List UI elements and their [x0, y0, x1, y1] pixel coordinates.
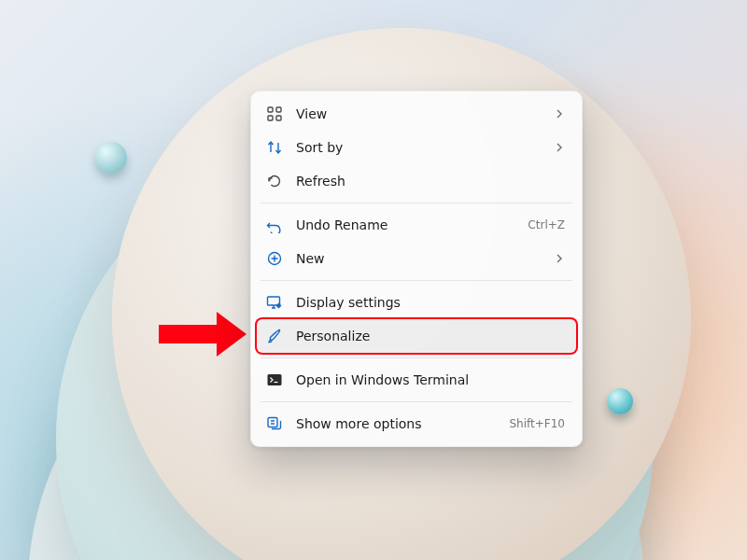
menu-item-sort-by[interactable]: Sort by — [257, 131, 576, 164]
menu-item-show-more-options[interactable]: Show more options Shift+F10 — [257, 407, 576, 441]
annotation-arrow — [159, 312, 247, 357]
chevron-right-icon — [554, 253, 565, 264]
menu-item-label: Show more options — [296, 416, 496, 431]
plus-circle-icon — [266, 250, 283, 267]
menu-item-undo-rename[interactable]: Undo Rename Ctrl+Z — [257, 208, 576, 242]
menu-separator — [261, 401, 572, 402]
grid-icon — [266, 105, 283, 122]
svg-rect-0 — [268, 107, 273, 112]
menu-item-display-settings[interactable]: Display settings — [257, 286, 576, 319]
chevron-right-icon — [554, 142, 565, 153]
menu-separator — [261, 357, 572, 358]
terminal-icon — [266, 371, 283, 388]
svg-rect-1 — [276, 107, 281, 112]
menu-item-open-terminal[interactable]: Open in Windows Terminal — [257, 363, 576, 397]
svg-point-6 — [276, 303, 280, 307]
menu-item-new[interactable]: New — [257, 242, 576, 275]
menu-separator — [261, 280, 572, 281]
more-options-icon — [266, 415, 283, 432]
menu-item-label: Refresh — [296, 174, 565, 189]
menu-item-shortcut: Shift+F10 — [509, 417, 565, 430]
sort-icon — [266, 139, 283, 156]
chevron-right-icon — [554, 108, 565, 119]
menu-item-label: New — [296, 251, 541, 266]
menu-item-label: Sort by — [296, 140, 541, 155]
menu-item-shortcut: Ctrl+Z — [528, 218, 565, 231]
svg-rect-3 — [276, 116, 281, 120]
svg-rect-7 — [268, 374, 282, 385]
menu-item-view[interactable]: View — [257, 97, 576, 131]
refresh-icon — [266, 173, 283, 189]
menu-item-label: Undo Rename — [296, 217, 514, 232]
desktop-context-menu: View Sort by Refresh Undo Rename Ctrl+Z … — [250, 91, 583, 447]
menu-item-refresh[interactable]: Refresh — [257, 164, 576, 198]
display-settings-icon — [266, 294, 283, 311]
menu-item-personalize[interactable]: Personalize — [257, 319, 576, 353]
brush-icon — [266, 328, 283, 344]
svg-rect-8 — [268, 418, 277, 427]
wallpaper-shape — [95, 142, 127, 174]
menu-item-label: Personalize — [296, 329, 565, 343]
menu-item-label: View — [296, 106, 541, 121]
menu-item-label: Open in Windows Terminal — [296, 372, 565, 387]
wallpaper-shape — [607, 388, 633, 414]
menu-separator — [261, 203, 572, 203]
menu-item-label: Display settings — [296, 295, 565, 310]
undo-icon — [266, 217, 283, 233]
svg-rect-2 — [268, 116, 273, 120]
